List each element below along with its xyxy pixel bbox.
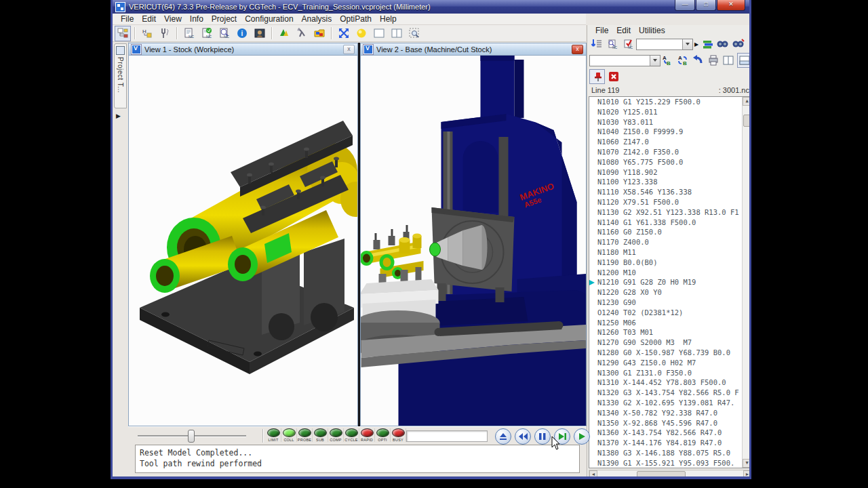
info-icon[interactable]: i [234,26,250,41]
single-view-layout-icon[interactable] [371,26,387,41]
message-log[interactable]: Reset Model Completed... Tool path rewin… [135,445,580,473]
delete-icon[interactable] [606,70,620,83]
nc-horizontal-scrollbar[interactable]: ◄ ► [589,470,751,479]
close-button[interactable]: ✕ [717,0,745,11]
view2-title-bar[interactable]: View 2 - Base (Machine/Cut Stock) x [361,43,586,56]
nc-program-review-icon[interactable]: NC [216,26,233,41]
menu-view[interactable]: View [160,14,186,24]
dual-view-layout-icon[interactable] [389,26,405,41]
nc-code-line[interactable]: N1160 G0 Z150.0 [589,227,751,237]
speed-slider[interactable] [138,427,246,445]
fit-view-icon[interactable] [336,26,352,41]
project-tree-tab[interactable]: Project T... [114,43,127,108]
expand-arrow-icon[interactable]: ▶ [694,41,698,47]
split-view-icon[interactable] [722,54,735,67]
nc-code-line[interactable]: N1140 G1 Y61.338 F500.0 [589,218,751,228]
inspect-icon[interactable] [252,26,268,41]
menu-edit[interactable]: Edit [138,14,160,24]
bottom-pane-icon[interactable] [737,53,751,68]
nc-filter-combo[interactable] [636,39,693,50]
project-tree-icon[interactable] [115,26,131,41]
expand-panel-arrow[interactable]: ▶ [116,113,121,119]
nc-menu-file[interactable]: File [591,26,612,35]
nc-code-line[interactable]: N1200 M10 [589,268,751,278]
nc-code-line[interactable]: N1290 G43 Z150.0 H02 M7 [589,358,751,368]
machine-view-canvas[interactable]: MAKINO A55e [361,56,586,426]
nc-code-line[interactable]: N1070 Z142.0 F350.0 [589,147,751,157]
eject-button[interactable] [495,428,511,445]
nc-vscroll-thumb[interactable] [743,115,751,127]
play-button[interactable] [574,428,590,445]
light-icon[interactable] [353,26,370,41]
nc-code-line[interactable]: N1370 X-144.176 Y84.819 R47.0 [589,438,751,448]
nc-code-line[interactable]: N1380 G3 X-146.188 Y88.075 R5.0 [589,448,751,458]
nc-search-doc-icon[interactable]: NC [605,37,619,51]
nc-code-line[interactable]: N1170 Z400.0 [589,237,751,247]
scroll-right-icon[interactable]: ► [743,470,751,478]
component-tree-icon[interactable]: H [139,26,155,41]
nc-code-line[interactable]: N1220 G28 X0 Y0 [589,287,751,298]
scroll-down-icon[interactable]: ▼ [743,459,751,468]
auto-diff-icon[interactable] [276,26,292,41]
nc-code-line[interactable]: N1010 G1 Y215.229 F500.0 [589,97,751,107]
menu-configuration[interactable]: Configuration [241,14,297,24]
undo-icon[interactable] [691,54,705,67]
nc-program-icon[interactable]: NC [181,26,197,41]
menu-file[interactable]: File [117,14,138,24]
nc-code-line[interactable]: N1270 G90 S2000 M3 M7 [589,338,751,348]
nc-code-line[interactable]: N1280 G0 X-150.987 Y68.739 B0.0 [589,348,751,358]
nc-code-line[interactable]: N1100 Y123.338 [589,177,751,187]
menu-help[interactable]: Help [376,14,401,24]
nc-code-line[interactable]: N1180 M11 [589,247,751,258]
nc-code-line[interactable]: N1080 Y65.775 F500.0 [589,157,751,167]
sort-ab-icon[interactable]: AB [660,54,674,67]
nc-code-area[interactable]: N1010 G1 Y215.229 F500.0N1020 Y125.011N1… [589,96,751,468]
nc-hscroll-thumb[interactable] [637,471,686,479]
nc-code-line[interactable]: N1030 Y83.011 [589,117,751,127]
nc-code-line[interactable]: N1260 T03 M01 [589,327,751,338]
pin-icon[interactable] [589,69,605,84]
nc-vertical-scrollbar[interactable]: ▲ ▼ [742,97,751,468]
menu-analysis[interactable]: Analysis [298,14,336,24]
scroll-up-icon[interactable]: ▲ [743,97,751,106]
nc-code-line[interactable]: N1360 X-143.754 Y82.566 R47.0 [589,428,751,438]
nc-code-line[interactable]: N1300 G1 Z131.0 F350.0 [589,368,751,378]
nc-check-doc-icon[interactable]: NC [620,37,635,51]
measure-caliper-icon[interactable] [294,26,310,41]
print-icon[interactable] [707,54,720,67]
nc-code-line[interactable]: N1020 Y125.011 [589,107,751,117]
view1-title-bar[interactable]: View 1 - Stock (Workpiece) x [129,43,357,56]
nc-code-line[interactable]: N1130 G2 X92.51 Y123.338 R13.0 F1 [589,207,751,218]
nc-code-line[interactable]: N1320 G3 X-143.754 Y82.566 R5.0 F [589,388,751,398]
nc-code-line[interactable]: N1190 B0.0(B0) [589,258,751,268]
nc-code-line[interactable]: N1310 X-144.452 Y78.803 F500.0 [589,378,751,388]
nc-code-line[interactable]: N1340 X-50.782 Y92.338 R47.0 [589,408,751,418]
nc-code-line[interactable]: N1060 Z147.0 [589,137,751,147]
rewind-button[interactable] [515,428,531,445]
nc-program-check-icon[interactable]: NC [199,26,215,41]
maximize-button[interactable]: □ [696,0,716,11]
menu-info[interactable]: Info [186,14,208,24]
nc-code-line[interactable]: O1240 T02 (D2381*12) [589,308,751,318]
color-setup-icon[interactable] [311,26,328,41]
nc-code-line[interactable]: N1230 G90 [589,298,751,308]
zoom-region-icon[interactable] [406,26,422,41]
nc-code-line[interactable]: N1040 Z150.0 F9999.9 [589,127,751,137]
view1-close-button[interactable]: x [343,45,355,54]
nc-list-download-icon[interactable] [589,37,604,51]
find-next-icon[interactable] [731,37,745,51]
nc-code-line[interactable]: N1330 G2 X-102.695 Y139.081 R47. [589,398,751,408]
view2-close-button[interactable]: x [572,45,583,54]
nc-code-line[interactable]: N1350 X-92.868 Y45.596 R47.0 [589,418,751,428]
title-bar[interactable]: VERICUT(64) 7.3.3 Pre-Release by CGTech … [113,0,749,14]
stack-icon[interactable] [700,37,714,51]
nc-menu-utilities[interactable]: Utilities [635,26,669,35]
nc-code-line[interactable]: N1110 X58.546 Y136.338 [589,187,751,197]
replace-ab-icon[interactable]: AB [676,54,690,67]
nc-menu-edit[interactable]: Edit [612,26,635,35]
nc-code-line[interactable]: N1090 Y118.902 [589,167,751,178]
tool-manager-icon[interactable] [157,26,173,41]
nc-code-line[interactable]: N1120 X79.51 F500.0 [589,197,751,207]
menu-project[interactable]: Project [208,14,241,24]
minimize-button[interactable]: — [675,0,695,11]
